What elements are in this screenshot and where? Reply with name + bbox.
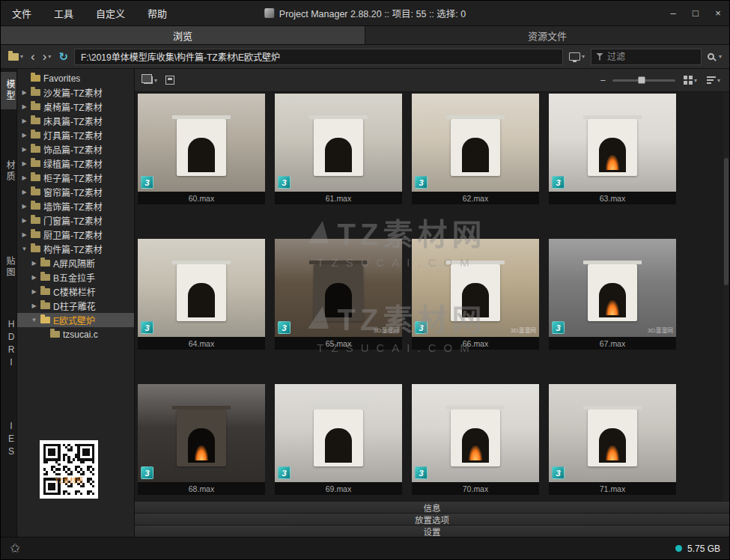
thumbnail-item[interactable]: 3D溜溜网 3 67.max xyxy=(549,239,676,350)
thumbnail-item[interactable]: 3 63.max xyxy=(549,94,676,204)
tab-resource-files[interactable]: 资源文件 xyxy=(365,26,729,44)
slider-handle[interactable] xyxy=(638,77,645,84)
search-button[interactable]: ▾ xyxy=(706,53,723,60)
window-controls: – □ × xyxy=(662,1,729,25)
address-bar-input[interactable] xyxy=(74,49,563,65)
panel-placement-header[interactable]: 放置选项 xyxy=(135,513,729,525)
tree-item-label: 饰品篇-TZ素材 xyxy=(43,143,103,156)
side-tab-ies[interactable]: IES xyxy=(1,413,16,466)
thumbnail-filename: 67.max xyxy=(549,337,676,350)
thumbnail-item[interactable]: 3 60.max xyxy=(138,94,265,204)
3dsmax-badge-icon: 3 xyxy=(415,176,428,189)
thumbnail-item[interactable]: 3 70.max xyxy=(412,384,539,495)
tree-item[interactable]: ▶ 厨卫篇-TZ素材 xyxy=(17,228,134,242)
side-tab-model[interactable]: 模型 xyxy=(1,72,16,109)
thumbnail-filename: 70.max xyxy=(412,482,539,495)
tree-item[interactable]: ▶ B五金拉手 xyxy=(17,270,134,284)
expander-icon[interactable]: ▶ xyxy=(31,260,37,267)
tree-item[interactable]: ▼ E欧式壁炉 xyxy=(17,313,134,327)
thumbnail-item[interactable]: 3D溜溜网 3 65.max xyxy=(275,239,402,350)
thumbnail-item[interactable]: 3 61.max xyxy=(275,94,402,204)
expander-icon[interactable]: ▶ xyxy=(31,274,37,281)
scrollbar-thumb[interactable] xyxy=(724,158,729,285)
expander-icon[interactable]: ▶ xyxy=(31,302,37,309)
open-folder-button[interactable]: ▾ xyxy=(7,53,25,61)
disk-space: 5.75 GB xyxy=(675,544,720,554)
grid-view-button[interactable]: ▾ xyxy=(682,76,699,85)
3dsmax-badge-icon: 3 xyxy=(141,466,153,479)
tree-item[interactable]: ▶ 床具篇-TZ素材 xyxy=(17,114,134,128)
qr-code-pattern xyxy=(43,444,94,495)
tree-item[interactable]: ▶ 饰品篇-TZ素材 xyxy=(17,142,134,156)
zoom-out-icon[interactable]: − xyxy=(600,75,606,86)
tree-item[interactable]: ▶ 柜子篇-TZ素材 xyxy=(17,171,134,185)
folder-icon xyxy=(40,288,50,295)
menu-item[interactable]: 自定义 xyxy=(85,1,136,25)
refresh-button[interactable]: ↻ xyxy=(57,51,70,62)
vertical-scrollbar[interactable] xyxy=(723,92,729,501)
panel-info-header[interactable]: 信息 xyxy=(135,501,729,513)
expander-icon[interactable]: ▶ xyxy=(21,231,28,238)
menu-item[interactable]: 文件 xyxy=(1,1,43,25)
forward-button[interactable]: › ▾ xyxy=(41,50,53,63)
expander-icon[interactable]: ▶ xyxy=(21,118,28,124)
tree-item[interactable]: ▶ 墙饰篇-TZ素材 xyxy=(17,199,134,213)
maximize-button[interactable]: □ xyxy=(684,1,707,25)
tree-item[interactable]: Favorites xyxy=(17,71,134,85)
expander-icon[interactable]: ▶ xyxy=(21,146,28,153)
thumbnail-item[interactable]: 3D溜溜网 3 66.max xyxy=(412,239,539,350)
tree-item[interactable]: ▼ 构件篇-TZ素材 xyxy=(17,242,134,256)
tab-browse[interactable]: 浏览 xyxy=(1,26,365,44)
panel-settings-header[interactable]: 设置 xyxy=(135,525,729,537)
thumbnail-area: 3 60.max 3 61.max 3 62.max 3 63. xyxy=(135,92,729,501)
close-button[interactable]: × xyxy=(707,1,729,25)
expander-icon[interactable]: ▶ xyxy=(21,160,28,167)
thumbnail-item[interactable]: 3 69.max xyxy=(275,384,402,495)
favorite-star-icon[interactable]: ✩ xyxy=(10,541,20,556)
tree-item[interactable]: ▶ 沙发篇-TZ素材 xyxy=(17,85,134,100)
content-area: 模型材质贴图HDRIIES Favorites ▶ 沙发篇-TZ素材 ▶ 桌椅篇… xyxy=(1,69,729,537)
expander-icon[interactable]: ▶ xyxy=(21,217,28,224)
thumbnail-mode-button[interactable]: ▾ xyxy=(142,76,159,84)
chevron-down-icon: ▾ xyxy=(694,77,697,84)
tree-item[interactable]: ▶ 绿植篇-TZ素材 xyxy=(17,156,134,171)
tree-item-label: 沙发篇-TZ素材 xyxy=(43,86,103,99)
minimize-button[interactable]: – xyxy=(662,1,684,25)
expander-icon[interactable]: ▶ xyxy=(21,103,28,110)
preview-panel-button[interactable]: ▾ xyxy=(568,52,586,61)
expander-icon[interactable]: ▼ xyxy=(31,317,37,323)
side-tab-hdri[interactable]: HDRI xyxy=(1,311,16,377)
expander-icon[interactable]: ▶ xyxy=(21,89,28,96)
tree-item[interactable]: ▶ 灯具篇-TZ素材 xyxy=(17,128,134,142)
sort-button[interactable]: ▾ xyxy=(705,76,722,84)
tree-item[interactable]: ▶ A屏风隔断 xyxy=(17,256,134,270)
tree-item[interactable]: ▶ 桌椅篇-TZ素材 xyxy=(17,100,134,114)
folder-icon xyxy=(8,53,19,61)
expander-icon[interactable]: ▶ xyxy=(21,174,28,181)
app-logo-icon xyxy=(264,8,274,18)
expander-icon[interactable]: ▶ xyxy=(21,132,28,139)
main-tabs: 浏览 资源文件 xyxy=(1,26,729,45)
tree-item[interactable]: ▶ C楼梯栏杆 xyxy=(17,284,134,299)
tree-item[interactable]: ▶ 门窗篇-TZ素材 xyxy=(17,213,134,228)
filter-input[interactable] xyxy=(607,52,696,62)
thumbnail-item[interactable]: 3 68.max xyxy=(138,384,265,495)
preview-mode-button[interactable] xyxy=(164,76,176,85)
tree-item[interactable]: ▶ D柱子雕花 xyxy=(17,299,134,313)
tree-item-label: E欧式壁炉 xyxy=(53,314,95,326)
thumbnail-item[interactable]: 3 62.max xyxy=(412,94,539,204)
expander-icon[interactable]: ▶ xyxy=(31,288,37,295)
side-tab-maps[interactable]: 贴图 xyxy=(1,249,16,286)
tree-item[interactable]: ▶ 窗帘篇-TZ素材 xyxy=(17,185,134,199)
expander-icon[interactable]: ▶ xyxy=(21,189,28,195)
side-tab-material[interactable]: 材质 xyxy=(1,153,16,190)
menu-item[interactable]: 帮助 xyxy=(136,1,178,25)
thumbnail-size-slider[interactable] xyxy=(612,79,675,82)
tree-item[interactable]: tzsucai.c xyxy=(17,327,134,341)
menu-item[interactable]: 工具 xyxy=(43,1,85,25)
expander-icon[interactable]: ▶ xyxy=(21,203,28,210)
expander-icon[interactable]: ▼ xyxy=(21,246,28,252)
back-button[interactable]: ‹ xyxy=(29,50,37,63)
thumbnail-item[interactable]: 3 71.max xyxy=(549,384,676,495)
thumbnail-item[interactable]: 3 64.max xyxy=(138,239,265,350)
